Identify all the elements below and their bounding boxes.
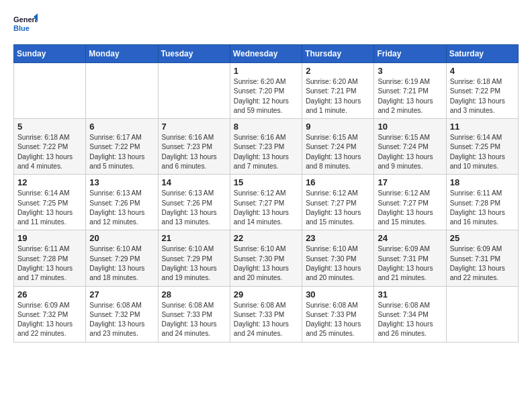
day-number: 10 (378, 122, 442, 132)
day-info: Sunrise: 6:10 AM Sunset: 7:30 PM Dayligh… (306, 244, 370, 283)
calendar-cell: 10Sunrise: 6:15 AM Sunset: 7:24 PM Dayli… (374, 119, 446, 175)
day-number: 9 (306, 122, 370, 132)
day-number: 19 (17, 233, 82, 243)
day-info: Sunrise: 6:19 AM Sunset: 7:21 PM Dayligh… (378, 77, 442, 116)
calendar-cell: 6Sunrise: 6:17 AM Sunset: 7:22 PM Daylig… (86, 119, 158, 175)
col-header-friday: Friday (374, 45, 446, 63)
svg-text:Blue: Blue (13, 24, 30, 32)
calendar-cell: 22Sunrise: 6:10 AM Sunset: 7:30 PM Dayli… (230, 230, 302, 286)
calendar-cell: 19Sunrise: 6:11 AM Sunset: 7:28 PM Dayli… (14, 230, 86, 286)
day-number: 30 (306, 289, 370, 300)
calendar-week-row: 26Sunrise: 6:09 AM Sunset: 7:32 PM Dayli… (14, 286, 519, 342)
day-info: Sunrise: 6:09 AM Sunset: 7:31 PM Dayligh… (378, 244, 442, 283)
day-number: 16 (306, 177, 370, 187)
calendar-cell: 31Sunrise: 6:08 AM Sunset: 7:34 PM Dayli… (374, 286, 446, 342)
day-number: 20 (89, 233, 154, 243)
day-info: Sunrise: 6:10 AM Sunset: 7:29 PM Dayligh… (89, 244, 154, 283)
day-info: Sunrise: 6:13 AM Sunset: 7:26 PM Dayligh… (89, 189, 154, 227)
day-info: Sunrise: 6:14 AM Sunset: 7:25 PM Dayligh… (17, 189, 82, 227)
col-header-thursday: Thursday (302, 45, 374, 63)
calendar-cell: 5Sunrise: 6:18 AM Sunset: 7:22 PM Daylig… (14, 119, 86, 175)
calendar-cell: 20Sunrise: 6:10 AM Sunset: 7:29 PM Dayli… (86, 230, 158, 286)
day-info: Sunrise: 6:11 AM Sunset: 7:28 PM Dayligh… (17, 244, 82, 283)
calendar-cell (86, 63, 158, 119)
day-info: Sunrise: 6:15 AM Sunset: 7:24 PM Dayligh… (306, 133, 370, 171)
day-number: 2 (306, 66, 370, 76)
day-info: Sunrise: 6:18 AM Sunset: 7:22 PM Dayligh… (17, 133, 82, 171)
col-header-wednesday: Wednesday (230, 45, 302, 63)
calendar-header-row: SundayMondayTuesdayWednesdayThursdayFrid… (14, 45, 519, 63)
day-info: Sunrise: 6:20 AM Sunset: 7:20 PM Dayligh… (234, 77, 298, 116)
calendar-cell: 7Sunrise: 6:16 AM Sunset: 7:23 PM Daylig… (158, 119, 230, 175)
calendar-cell: 23Sunrise: 6:10 AM Sunset: 7:30 PM Dayli… (302, 230, 374, 286)
day-number: 23 (306, 233, 370, 243)
calendar-cell: 27Sunrise: 6:08 AM Sunset: 7:32 PM Dayli… (86, 286, 158, 342)
page-header: General Blue (13, 13, 519, 34)
day-info: Sunrise: 6:11 AM Sunset: 7:28 PM Dayligh… (450, 189, 515, 227)
logo: General Blue (13, 13, 38, 34)
day-number: 13 (89, 177, 154, 187)
day-info: Sunrise: 6:08 AM Sunset: 7:33 PM Dayligh… (306, 301, 370, 339)
day-number: 1 (234, 66, 298, 76)
day-number: 27 (89, 289, 154, 300)
day-info: Sunrise: 6:12 AM Sunset: 7:27 PM Dayligh… (306, 189, 370, 227)
day-number: 31 (378, 289, 442, 300)
calendar-cell: 29Sunrise: 6:08 AM Sunset: 7:33 PM Dayli… (230, 286, 302, 342)
calendar-cell: 15Sunrise: 6:12 AM Sunset: 7:27 PM Dayli… (230, 175, 302, 230)
day-info: Sunrise: 6:08 AM Sunset: 7:33 PM Dayligh… (234, 301, 298, 339)
day-info: Sunrise: 6:15 AM Sunset: 7:24 PM Dayligh… (378, 133, 442, 171)
calendar-cell: 1Sunrise: 6:20 AM Sunset: 7:20 PM Daylig… (230, 63, 302, 119)
calendar-cell: 3Sunrise: 6:19 AM Sunset: 7:21 PM Daylig… (374, 63, 446, 119)
day-info: Sunrise: 6:18 AM Sunset: 7:22 PM Dayligh… (450, 77, 515, 116)
day-info: Sunrise: 6:12 AM Sunset: 7:27 PM Dayligh… (378, 189, 442, 227)
day-number: 8 (234, 122, 298, 132)
day-number: 5 (17, 122, 82, 132)
day-number: 14 (162, 177, 226, 187)
day-number: 11 (450, 122, 515, 132)
calendar-cell (14, 63, 86, 119)
day-info: Sunrise: 6:14 AM Sunset: 7:25 PM Dayligh… (450, 133, 515, 171)
day-number: 7 (162, 122, 226, 132)
day-number: 12 (17, 177, 82, 187)
day-info: Sunrise: 6:17 AM Sunset: 7:22 PM Dayligh… (89, 133, 154, 171)
day-number: 21 (162, 233, 226, 243)
calendar-cell: 16Sunrise: 6:12 AM Sunset: 7:27 PM Dayli… (302, 175, 374, 230)
day-info: Sunrise: 6:16 AM Sunset: 7:23 PM Dayligh… (162, 133, 226, 171)
day-info: Sunrise: 6:08 AM Sunset: 7:33 PM Dayligh… (162, 301, 226, 339)
calendar-cell: 4Sunrise: 6:18 AM Sunset: 7:22 PM Daylig… (446, 63, 518, 119)
day-info: Sunrise: 6:09 AM Sunset: 7:31 PM Dayligh… (450, 244, 515, 283)
day-info: Sunrise: 6:10 AM Sunset: 7:29 PM Dayligh… (162, 244, 226, 283)
calendar-cell: 9Sunrise: 6:15 AM Sunset: 7:24 PM Daylig… (302, 119, 374, 175)
col-header-saturday: Saturday (446, 45, 518, 63)
calendar-week-row: 19Sunrise: 6:11 AM Sunset: 7:28 PM Dayli… (14, 230, 519, 286)
day-info: Sunrise: 6:08 AM Sunset: 7:32 PM Dayligh… (89, 301, 154, 339)
day-number: 15 (234, 177, 298, 187)
calendar-table: SundayMondayTuesdayWednesdayThursdayFrid… (13, 44, 519, 342)
calendar-cell: 30Sunrise: 6:08 AM Sunset: 7:33 PM Dayli… (302, 286, 374, 342)
calendar-week-row: 5Sunrise: 6:18 AM Sunset: 7:22 PM Daylig… (14, 119, 519, 175)
day-info: Sunrise: 6:20 AM Sunset: 7:21 PM Dayligh… (306, 77, 370, 116)
day-number: 18 (450, 177, 515, 187)
calendar-cell: 12Sunrise: 6:14 AM Sunset: 7:25 PM Dayli… (14, 175, 86, 230)
day-number: 28 (162, 289, 226, 300)
day-info: Sunrise: 6:08 AM Sunset: 7:34 PM Dayligh… (378, 301, 442, 339)
calendar-week-row: 12Sunrise: 6:14 AM Sunset: 7:25 PM Dayli… (14, 175, 519, 230)
calendar-cell: 18Sunrise: 6:11 AM Sunset: 7:28 PM Dayli… (446, 175, 518, 230)
day-number: 3 (378, 66, 442, 76)
calendar-week-row: 1Sunrise: 6:20 AM Sunset: 7:20 PM Daylig… (14, 63, 519, 119)
day-number: 22 (234, 233, 298, 243)
col-header-monday: Monday (86, 45, 158, 63)
calendar-cell: 11Sunrise: 6:14 AM Sunset: 7:25 PM Dayli… (446, 119, 518, 175)
day-number: 26 (17, 289, 82, 300)
day-info: Sunrise: 6:16 AM Sunset: 7:23 PM Dayligh… (234, 133, 298, 171)
calendar-cell (446, 286, 518, 342)
calendar-cell: 24Sunrise: 6:09 AM Sunset: 7:31 PM Dayli… (374, 230, 446, 286)
day-info: Sunrise: 6:13 AM Sunset: 7:26 PM Dayligh… (162, 189, 226, 227)
calendar-cell: 8Sunrise: 6:16 AM Sunset: 7:23 PM Daylig… (230, 119, 302, 175)
calendar-cell: 25Sunrise: 6:09 AM Sunset: 7:31 PM Dayli… (446, 230, 518, 286)
calendar-cell (158, 63, 230, 119)
day-number: 24 (378, 233, 442, 243)
day-info: Sunrise: 6:09 AM Sunset: 7:32 PM Dayligh… (17, 301, 82, 339)
day-info: Sunrise: 6:12 AM Sunset: 7:27 PM Dayligh… (234, 189, 298, 227)
calendar-cell: 26Sunrise: 6:09 AM Sunset: 7:32 PM Dayli… (14, 286, 86, 342)
